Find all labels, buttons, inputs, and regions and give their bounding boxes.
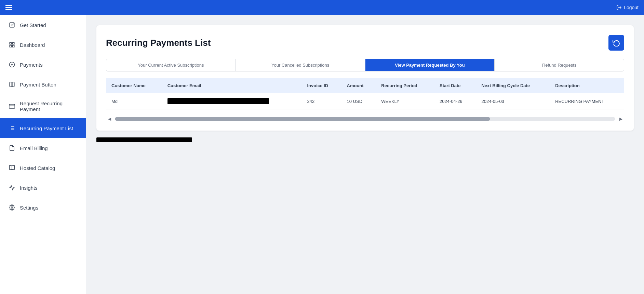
refresh-icon <box>613 39 620 46</box>
redacted-email: ██████████████████████████████ <box>167 98 269 104</box>
scrollbar-track[interactable] <box>115 117 615 121</box>
refresh-button[interactable] <box>608 35 624 51</box>
tabs-container: Your Current Active Subscriptions Your C… <box>106 59 624 71</box>
sidebar-item-email-billing[interactable]: Email Billing <box>0 138 86 158</box>
topbar-left <box>5 5 12 10</box>
tab-refund-requests[interactable]: Refund Requests <box>495 59 624 71</box>
tab-cancelled-subscriptions[interactable]: Your Cancelled Subscriptions <box>236 59 365 71</box>
horizontal-scrollbar[interactable]: ◀ ▶ <box>106 114 624 124</box>
svg-rect-2 <box>10 42 11 44</box>
table-wrapper: Customer Name Customer Email Invoice ID … <box>106 78 624 109</box>
chart-icon <box>8 184 16 191</box>
sidebar-item-payment-button[interactable]: Payment Button <box>0 75 86 94</box>
sidebar-item-dashboard[interactable]: Dashboard <box>0 35 86 55</box>
page-title: Recurring Payments List <box>106 38 211 48</box>
grid-icon <box>8 41 16 49</box>
page-header: Recurring Payments List <box>106 35 624 51</box>
col-start-date: Start Date <box>434 78 476 93</box>
gear-icon <box>8 204 16 211</box>
svg-rect-5 <box>13 45 14 47</box>
scrollbar-thumb[interactable] <box>115 117 490 121</box>
svg-rect-1 <box>10 23 14 27</box>
main-content: Recurring Payments List Your Current Act… <box>86 15 644 294</box>
sidebar-item-get-started[interactable]: Get Started <box>0 15 86 35</box>
page-card: Recurring Payments List Your Current Act… <box>96 25 634 131</box>
card-icon <box>8 103 16 110</box>
sidebar-label-get-started: Get Started <box>20 22 46 28</box>
sidebar-label-email-billing: Email Billing <box>20 145 48 151</box>
bottom-redacted-bar <box>96 137 192 142</box>
cell-invoice-id: 242 <box>301 93 341 109</box>
col-customer-name: Customer Name <box>106 78 162 93</box>
svg-rect-12 <box>9 104 15 108</box>
logout-button[interactable]: Logout <box>616 5 639 10</box>
sidebar-label-dashboard: Dashboard <box>20 42 45 48</box>
table-row: Md ██████████████████████████████ 242 10… <box>106 93 624 109</box>
logout-label: Logout <box>624 5 639 10</box>
scroll-left-arrow[interactable]: ◀ <box>106 116 113 122</box>
tab-active-subscriptions[interactable]: Your Current Active Subscriptions <box>106 59 236 71</box>
sidebar-item-payments[interactable]: Payments <box>0 55 86 75</box>
svg-rect-9 <box>10 82 14 87</box>
svg-rect-4 <box>10 45 11 47</box>
cell-recurring-period: WEEKLY <box>376 93 434 109</box>
col-recurring-period: Recurring Period <box>376 78 434 93</box>
checkbox-icon <box>8 21 16 29</box>
file-icon <box>8 144 16 152</box>
sidebar: Get Started Dashboard Payments Payment B… <box>0 15 86 294</box>
hamburger-menu-icon[interactable] <box>5 5 12 10</box>
cell-customer-name: Md <box>106 93 162 109</box>
cell-next-billing-date: 2024-05-03 <box>476 93 550 109</box>
sidebar-label-hosted-catalog: Hosted Catalog <box>20 165 55 171</box>
scroll-right-arrow[interactable]: ▶ <box>617 116 624 122</box>
col-description: Description <box>550 78 624 93</box>
list-icon <box>8 124 16 132</box>
sidebar-item-insights[interactable]: Insights <box>0 178 86 198</box>
topbar: Logout <box>0 0 644 15</box>
cell-amount: 10 USD <box>341 93 376 109</box>
circle-dollar-icon <box>8 61 16 68</box>
svg-point-20 <box>11 207 13 209</box>
sidebar-label-payments: Payments <box>20 62 43 68</box>
svg-rect-3 <box>13 42 14 44</box>
tab-payment-requested[interactable]: View Payment Requested By You <box>365 59 495 71</box>
col-customer-email: Customer Email <box>162 78 302 93</box>
cell-start-date: 2024-04-26 <box>434 93 476 109</box>
sidebar-item-recurring-payment-list[interactable]: Recurring Payment List <box>0 118 86 138</box>
sidebar-label-request-recurring: Request Recurring Payment <box>20 101 79 112</box>
col-amount: Amount <box>341 78 376 93</box>
col-next-billing-date: Next Billing Cycle Date <box>476 78 550 93</box>
sidebar-label-settings: Settings <box>20 205 38 211</box>
bottom-redacted-area <box>96 137 634 142</box>
logout-icon <box>616 5 622 10</box>
book-icon <box>8 164 16 172</box>
sidebar-item-settings[interactable]: Settings <box>0 198 86 217</box>
sidebar-label-payment-button: Payment Button <box>20 82 56 88</box>
main-layout: Get Started Dashboard Payments Payment B… <box>0 15 644 294</box>
sidebar-item-hosted-catalog[interactable]: Hosted Catalog <box>0 158 86 178</box>
sidebar-label-recurring-payment-list: Recurring Payment List <box>20 125 73 131</box>
col-invoice-id: Invoice ID <box>301 78 341 93</box>
table-header-row: Customer Name Customer Email Invoice ID … <box>106 78 624 93</box>
sidebar-label-insights: Insights <box>20 185 38 191</box>
sidebar-item-request-recurring[interactable]: Request Recurring Payment <box>0 94 86 118</box>
cell-customer-email: ██████████████████████████████ <box>162 93 302 109</box>
columns-icon <box>8 81 16 88</box>
cell-description: RECURRING PAYMENT <box>550 93 624 109</box>
recurring-payments-table: Customer Name Customer Email Invoice ID … <box>106 78 624 109</box>
